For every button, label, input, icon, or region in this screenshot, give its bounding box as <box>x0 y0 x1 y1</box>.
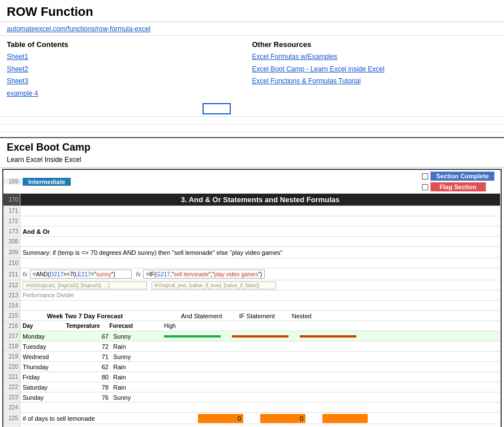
forecast-data-219: Wednesd 71 Sunny <box>20 352 501 361</box>
other-resource-3[interactable]: Excel Functions & Formulas Tutorial <box>252 75 498 88</box>
and-result-box <box>164 335 221 338</box>
row-num-213: 213 <box>3 291 20 300</box>
excel-row-220: 220 Thursday 62 Rain <box>3 362 501 372</box>
excel-row-171: 171 <box>3 206 501 216</box>
row-num-222: 222 <box>3 382 20 392</box>
excel-row-172: 172 <box>3 216 501 227</box>
toc-item-sheet3[interactable]: Sheet3 <box>7 75 252 88</box>
excel-row-last <box>3 424 501 427</box>
selected-cell[interactable] <box>203 103 231 114</box>
toc-header: Table of Contents <box>7 40 252 49</box>
row-num-210: 210 <box>3 258 20 268</box>
forecast-1: Sunny <box>113 333 158 340</box>
section-buttons: Section Complete Flag Section <box>419 170 498 193</box>
perf-divider: Performance Divider <box>20 291 501 300</box>
forecast-data-218: Tuesday 72 Rain <box>20 341 501 351</box>
day-1: Monday <box>23 333 68 340</box>
row-num-223: 223 <box>3 392 20 402</box>
excel-row-224: 224 <box>3 403 501 413</box>
excel-row-213: 213 Performance Divider <box>3 291 501 301</box>
section-complete-button[interactable]: Section Complete <box>430 172 494 181</box>
forecast-data-220: Thursday 62 Rain <box>20 362 501 372</box>
excel-row-216: 216 Day Temperature Forecast High <box>3 321 501 331</box>
toc-item-sheet2[interactable]: Sheet2 <box>7 63 252 76</box>
blank-row-1 <box>0 117 504 125</box>
other-resources-column: Other Resources Excel Formulas w/Example… <box>252 40 498 100</box>
excel-row-214: 214 <box>3 301 501 311</box>
excel-row-221: 221 Friday 80 Rain <box>3 372 501 382</box>
forecast-headers-row: Day Temperature Forecast High <box>20 321 501 331</box>
page-title: ROW Function <box>0 0 504 22</box>
forecast-title-row: Week Two 7 Day Forecast And Statement IF… <box>20 311 501 321</box>
other-resource-2[interactable]: Excel Boot Camp - Learn Excel inside Exc… <box>252 63 498 76</box>
formula-text-1: =AND(D217>=70,E217="sunny") <box>33 271 115 277</box>
count-box-2: 0 <box>260 414 305 423</box>
nested-result-box <box>300 335 356 338</box>
row-num-214: 214 <box>3 301 20 310</box>
bootcamp-section: Excel Boot Camp Learn Excel Inside Excel <box>0 137 504 168</box>
forecast-col-headers: Day Temperature Forecast <box>23 323 153 329</box>
flag-section-button[interactable]: Flag Section <box>430 182 485 191</box>
if-result-box <box>232 335 288 338</box>
and-or-cell: And & Or <box>20 227 501 236</box>
excel-row-209: 209 Summary: if (temp is => 70 degrees A… <box>3 247 501 258</box>
excel-row-223: 223 Sunday 76 Sunny <box>3 392 501 403</box>
toc-item-example4[interactable]: example 4 <box>7 88 252 100</box>
column-labels: And Statement IF Statement Nested <box>147 313 498 319</box>
count-boxes: 0 0 <box>198 414 368 423</box>
other-resource-1[interactable]: Excel Formulas w/Examples <box>252 51 498 63</box>
col-day: Day <box>23 323 66 329</box>
row-num-215: 215 <box>3 311 20 321</box>
flag-section-row[interactable]: Flag Section <box>422 182 494 191</box>
row-num-169: 169 <box>3 178 20 185</box>
row-num-219: 219 <box>3 352 20 361</box>
flag-section-checkbox[interactable] <box>422 184 428 190</box>
blank-row-2 <box>0 125 504 133</box>
summary-cell: Summary: if (temp is => 70 degrees AND s… <box>20 247 501 258</box>
forecast-data-223: Sunday 76 Sunny <box>20 392 501 402</box>
row-num-217: 217 <box>3 331 20 341</box>
row-num-172: 172 <box>3 216 20 226</box>
row-num-last <box>3 424 20 427</box>
if-statement-label: IF Statement <box>239 313 275 319</box>
row-num-218: 218 <box>3 341 20 351</box>
empty-spreadsheet-row <box>0 101 504 117</box>
temp-1: 67 <box>68 333 113 340</box>
row-num-170: 170 <box>3 194 20 206</box>
nested-label: Nested <box>292 313 312 319</box>
section-complete-checkbox[interactable] <box>422 173 428 180</box>
col-temp: Temperature <box>66 323 110 329</box>
section-complete-row[interactable]: Section Complete <box>422 172 494 181</box>
row-num-211: 211 <box>3 268 20 280</box>
days-sell-row: # of days to sell lemonade 0 0 <box>20 413 501 424</box>
toc-item-sheet1[interactable]: Sheet1 <box>7 51 252 63</box>
excel-row-173: 173 And & Or <box>3 227 501 237</box>
formula-bar-1: fx =AND(D217>=70,E217="sunny") <box>23 270 132 279</box>
row-num-208: 208 <box>3 237 20 246</box>
formula-input-1[interactable]: =AND(D217>=70,E217="sunny") <box>30 270 132 279</box>
forecast-data-221: Friday 80 Rain <box>20 372 501 382</box>
autocomplete-hints-row: AND(logical1, [logical2], [logical3], ..… <box>20 280 501 290</box>
days-sell-label: # of days to sell lemonade <box>23 415 170 422</box>
fx-label-1: fx <box>23 271 28 277</box>
intermediate-badge: Intermediate <box>23 178 71 186</box>
toc-other-section: Table of Contents Sheet1 Sheet2 Sheet3 e… <box>0 36 504 101</box>
formula-input-2[interactable]: =IF(G217,"sell lemonade","play video gam… <box>143 270 265 279</box>
row-num-212: 212 <box>3 280 20 290</box>
inner-excel-area: 169 Intermediate Section Complete Flag S… <box>2 169 502 427</box>
excel-row-170: 170 3. And & Or Statements and Nested Fo… <box>3 194 501 206</box>
excel-row-218: 218 Tuesday 72 Rain <box>3 341 501 352</box>
page-url-link[interactable]: automateexcel.com/functions/row-formula-… <box>7 25 150 33</box>
formula-bar-2: fx =IF(G217,"sell lemonade","play video … <box>136 270 265 279</box>
excel-row-217: 217 Monday 67 Sunny <box>3 331 501 341</box>
other-resources-header: Other Resources <box>252 40 498 49</box>
forecast-data-217: Monday 67 Sunny <box>20 331 501 341</box>
toc-column: Table of Contents Sheet1 Sheet2 Sheet3 e… <box>7 40 252 100</box>
hint-2: IF(logical_test, [value_if_true], [value… <box>152 281 276 289</box>
url-row: automateexcel.com/functions/row-formula-… <box>0 22 504 36</box>
row-num-225: 225 <box>3 413 20 424</box>
bootcamp-title: Excel Boot Camp <box>0 138 504 155</box>
row-num-216: 216 <box>3 321 20 331</box>
count-box-3 <box>322 414 368 423</box>
excel-row-211: 211 fx =AND(D217>=70,E217="sunny") fx =I… <box>3 268 501 280</box>
